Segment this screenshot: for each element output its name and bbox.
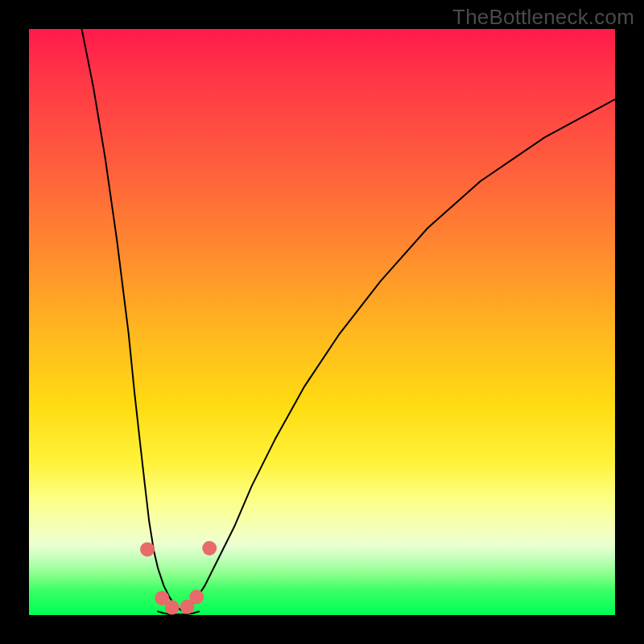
marker-dot: [165, 601, 180, 615]
marker-dot: [140, 542, 155, 556]
plot-area: [29, 29, 615, 615]
series-left-branch: [82, 29, 182, 610]
series-valley-floor: [158, 612, 199, 615]
series-markers: [140, 541, 217, 615]
marker-dot: [202, 541, 217, 555]
curve-layer: [29, 29, 615, 615]
marker-dot: [189, 589, 204, 604]
series-lines: [82, 29, 615, 614]
chart-frame: TheBottleneck.com: [0, 0, 644, 644]
series-right-branch: [188, 99, 615, 610]
watermark-text: TheBottleneck.com: [452, 5, 634, 30]
